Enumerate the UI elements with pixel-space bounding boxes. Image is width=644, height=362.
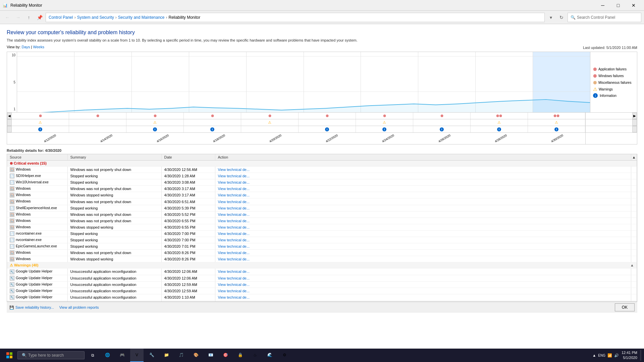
start-button[interactable] <box>3 349 16 362</box>
taskbar-app-epic[interactable]: 🎮 <box>115 349 129 362</box>
chart-nav-left-2[interactable] <box>7 119 12 126</box>
view-technical-link[interactable]: View technical de... <box>218 174 250 178</box>
chart-nav-right[interactable]: ▶ <box>632 113 637 119</box>
view-technical-link[interactable]: View technical de... <box>218 168 250 172</box>
error-icon-10b[interactable]: ⊗ <box>556 114 559 118</box>
chart-nav-left[interactable]: ◀ <box>7 113 12 119</box>
view-technical-link[interactable]: View technical de... <box>218 193 250 197</box>
taskbar-app-app4[interactable]: 🎨 <box>189 349 203 362</box>
taskbar-app-steam[interactable]: ♨ <box>248 349 262 362</box>
view-technical-link[interactable]: View technical de... <box>218 269 250 274</box>
tray-network[interactable]: 📶 <box>607 353 612 358</box>
view-technical-link[interactable]: View technical de... <box>218 283 250 287</box>
info-icon-9[interactable]: i <box>497 127 501 131</box>
task-view-button[interactable]: ⧉ <box>86 349 99 362</box>
chart-col-9[interactable] <box>476 52 533 112</box>
dropdown-button[interactable]: ▾ <box>546 13 555 22</box>
search-input[interactable] <box>577 15 638 20</box>
chart-main[interactable] <box>17 52 590 112</box>
minimize-button[interactable]: ─ <box>595 0 610 11</box>
chart-col-1[interactable] <box>17 52 74 112</box>
chart-col-5[interactable] <box>247 52 304 112</box>
view-technical-link[interactable]: View technical de... <box>218 206 250 210</box>
chart-col-10[interactable] <box>533 52 590 112</box>
error-icon-2[interactable]: ⊗ <box>96 114 99 118</box>
view-technical-link[interactable]: View technical de... <box>218 219 250 223</box>
taskbar-app-app5[interactable]: 📧 <box>204 349 217 362</box>
view-technical-link[interactable]: View technical de... <box>218 225 250 229</box>
info-icon-3[interactable]: i <box>153 127 157 131</box>
taskbar-app-vim[interactable]: V <box>130 349 144 362</box>
show-desktop-button[interactable] <box>640 350 641 361</box>
view-days-link[interactable]: Days <box>21 45 30 49</box>
view-technical-link[interactable]: View technical de... <box>218 289 250 293</box>
info-icon-7[interactable]: i <box>382 127 386 131</box>
breadcrumb-system-security[interactable]: System and Security <box>77 15 114 20</box>
taskbar-app-app1[interactable]: 🔧 <box>145 349 158 362</box>
view-technical-link[interactable]: View technical de... <box>218 257 250 261</box>
col-scroll-up[interactable]: ▲ <box>631 154 637 161</box>
close-button[interactable]: ✕ <box>626 0 641 11</box>
view-technical-link[interactable]: View technical de... <box>218 200 250 204</box>
view-technical-link[interactable]: View technical de... <box>218 244 250 248</box>
chart-col-8[interactable] <box>418 52 476 112</box>
back-button[interactable]: ← <box>3 13 12 22</box>
save-reliability-link[interactable]: 💾 Save reliability history... <box>9 305 54 310</box>
ok-button[interactable]: OK <box>615 303 635 311</box>
pin-button[interactable]: 📌 <box>35 13 44 22</box>
taskbar-app-app3[interactable]: 🎵 <box>174 349 188 362</box>
warn-icon-1[interactable]: ⚠ <box>39 120 42 125</box>
tray-volume[interactable]: 🔊 <box>614 353 619 358</box>
chart-col-4[interactable] <box>189 52 247 112</box>
view-technical-link[interactable]: View technical de... <box>218 295 250 299</box>
info-icon-1[interactable]: i <box>38 127 42 131</box>
view-technical-link[interactable]: View technical de... <box>218 180 250 184</box>
taskbar-search[interactable]: 🔍 Type here to search <box>17 351 85 359</box>
error-icon-6[interactable]: ⊗ <box>326 114 329 118</box>
view-weeks-link[interactable]: Weeks <box>33 45 44 49</box>
view-technical-link[interactable]: View technical de... <box>218 238 250 242</box>
view-technical-link[interactable]: View technical de... <box>218 251 250 255</box>
breadcrumb-control-panel[interactable]: Control Panel <box>49 15 73 20</box>
error-icon-8[interactable]: ⊗ <box>440 114 443 118</box>
info-icon-10[interactable]: i <box>554 127 558 131</box>
error-icon-7[interactable]: ⊗ <box>383 114 386 118</box>
tray-chevron[interactable]: ▲ <box>592 353 596 357</box>
taskbar-app-app6[interactable]: 🎯 <box>219 349 232 362</box>
taskbar-app-app8[interactable]: 🌊 <box>263 349 276 362</box>
warn-icon-9[interactable]: ⚠ <box>497 120 501 125</box>
chart-col-3[interactable] <box>132 52 189 112</box>
view-technical-link[interactable]: View technical de... <box>218 276 250 280</box>
error-icon-9b[interactable]: ⊗ <box>499 114 502 118</box>
error-icon-9a[interactable]: ⊗ <box>496 114 499 118</box>
warnings-collapse[interactable]: ▲ <box>630 263 634 267</box>
info-icon-6[interactable]: i <box>325 127 329 131</box>
view-technical-link[interactable]: View technical de... <box>218 232 250 236</box>
chart-nav-right-3[interactable] <box>632 126 637 132</box>
taskbar-app-app7[interactable]: 🔒 <box>233 349 247 362</box>
error-icon-10a[interactable]: ⊗ <box>553 114 556 118</box>
chart-col-2[interactable] <box>74 52 132 112</box>
warn-icon-5[interactable]: ⚠ <box>268 120 271 125</box>
chart-col-7[interactable] <box>361 52 418 112</box>
forward-button[interactable]: → <box>13 13 23 22</box>
taskbar-app-app9[interactable]: ⚙ <box>278 349 291 362</box>
refresh-button[interactable]: ↻ <box>557 13 566 22</box>
taskbar-app-app2[interactable]: 📁 <box>160 349 173 362</box>
warn-icon-7[interactable]: ⚠ <box>383 120 386 125</box>
warn-icon-10[interactable]: ⚠ <box>555 120 558 125</box>
view-technical-link[interactable]: View technical de... <box>218 187 250 191</box>
view-all-reports-link[interactable]: View all problem reports <box>59 305 99 310</box>
up-button[interactable]: ↑ <box>24 13 34 22</box>
view-technical-link[interactable]: View technical de... <box>218 213 250 217</box>
table-wrapper[interactable]: Source Summary Date Action ▲ ⊗ Critical … <box>7 154 637 302</box>
breadcrumb-security-maintenance[interactable]: Security and Maintenance <box>118 15 165 20</box>
error-icon-1[interactable]: ⊗ <box>39 114 42 118</box>
chart-nav-right-2[interactable] <box>632 119 637 126</box>
maximize-button[interactable]: □ <box>610 0 626 11</box>
info-icon-4[interactable]: i <box>210 127 214 131</box>
chart-col-6[interactable] <box>304 52 361 112</box>
error-icon-3[interactable]: ⊗ <box>154 114 157 118</box>
taskbar-app-chrome[interactable]: 🌐 <box>101 349 114 362</box>
error-icon-5[interactable]: ⊗ <box>268 114 271 118</box>
